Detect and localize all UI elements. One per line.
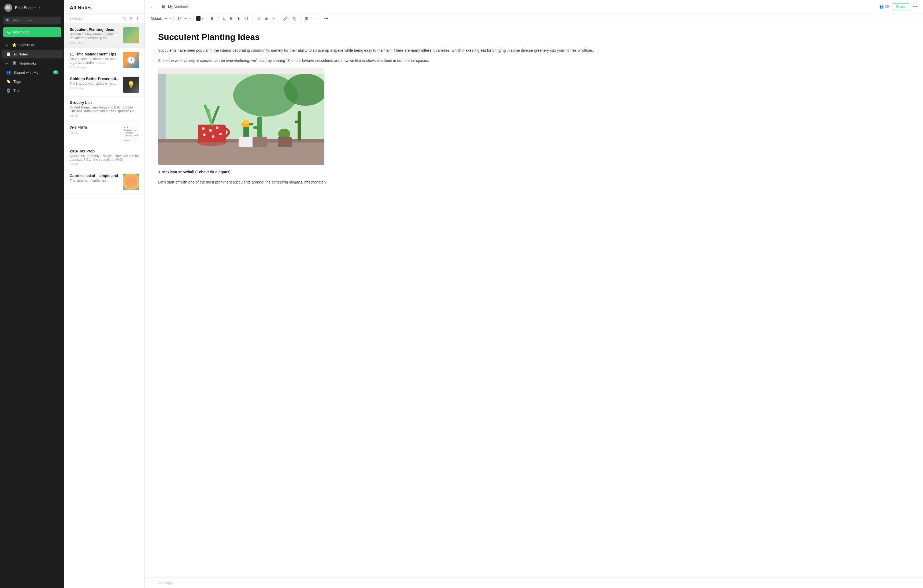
notebook-name: My Notebook [168, 5, 189, 8]
editor-toolbar: Default ▾ 14 ▾ ▾ B I U S ◑ {} ☑ ☰ ≡ 🔗 📎 … [145, 13, 923, 24]
shared-icon: 👥 [6, 70, 11, 74]
editor-paragraph-1: Succulents have been popular in the inte… [158, 47, 910, 54]
sort-icon[interactable]: ⇅ [123, 16, 126, 21]
trash-icon: 🗑️ [6, 88, 11, 93]
divider [157, 4, 158, 9]
more-toolbar-button[interactable]: ••• [323, 16, 330, 21]
strikethrough-button[interactable]: S [228, 16, 233, 21]
chevron-right-icon: ▶ [6, 44, 8, 47]
list-item[interactable]: W-9 Form Jul 25 W-9Request forTaxpayerId… [64, 121, 145, 145]
editor-paragraph-3: Let's start off with one of the most pro… [158, 179, 910, 186]
note-title: Succulent Planting Ideas [70, 27, 120, 32]
plus-icon: ⊕ [7, 29, 11, 35]
italic-button[interactable]: I [216, 16, 220, 21]
note-time: Jul 25 [70, 114, 139, 117]
color-picker-button[interactable] [196, 16, 200, 21]
chevron-right-icon-nb: ▶ [6, 62, 8, 65]
editor-subtitle: 1. Mexican snowball (Echeveria elegans) [158, 169, 910, 175]
note-title: Grocery List [70, 100, 139, 105]
export-icon[interactable]: ⬆ [136, 16, 139, 21]
note-thumbnail: 🕐 [123, 52, 139, 68]
note-time: Jul 25 [70, 162, 139, 166]
add-tags-area[interactable]: Add tags... [145, 577, 923, 588]
editor-pane: ↙ 📓 My Notebook 👥 29 Share ••• Default ▾… [145, 0, 923, 588]
underline-button[interactable]: U [222, 16, 227, 21]
note-time: Jul 25 [70, 131, 120, 134]
note-title: W-9 Form [70, 125, 120, 129]
note-thumbnail [123, 27, 139, 43]
sidebar-item-trash[interactable]: 🗑️ Trash [2, 86, 63, 95]
editor-topbar: ↙ 📓 My Notebook 👥 29 Share ••• [145, 0, 923, 13]
svg-rect-30 [158, 68, 324, 165]
note-preview: Do you feel the need to be more organize… [70, 57, 120, 65]
note-preview: Grated Parmigiano Reggiano Baking Soda C… [70, 106, 139, 113]
note-title: 11 Time Management Tips [70, 52, 120, 56]
shared-badge: 2 [53, 70, 58, 74]
tags-icon: 🏷️ [6, 79, 11, 84]
notebooks-icon: 📓 [12, 61, 16, 66]
sidebar-item-notebooks[interactable]: ▶ 📓 Notebooks [2, 59, 63, 67]
sidebar-item-shortcuts[interactable]: ▶ ⭐ Shortcuts [2, 41, 63, 49]
note-time: Yesterday [70, 87, 120, 90]
chevron-down-icon-size: ▾ [189, 17, 191, 20]
list-item[interactable]: Guide to Better Presentations for your B… [64, 73, 145, 97]
attachment-button[interactable]: 📎 [291, 16, 298, 21]
share-button[interactable]: Share [892, 3, 909, 10]
chevron-down-icon: ▾ [39, 7, 41, 9]
collab-icon: 👥 [879, 5, 884, 8]
note-title: 2016 Tax Prep [70, 149, 139, 153]
note-thumbnail: W-9Request forTaxpayerIdentification____… [123, 125, 139, 141]
notebook-icon: 📓 [161, 5, 166, 8]
bullet-list-button[interactable]: ☰ [263, 16, 269, 21]
list-item[interactable]: Grocery List Grated Parmigiano Reggiano … [64, 97, 145, 121]
sidebar: EB Ezra Bridger ▾ 🔍 ⊕ New Note ▶ ⭐ Short… [0, 0, 64, 588]
user-name: Ezra Bridger [15, 6, 36, 10]
shortcuts-icon: ⭐ [12, 43, 16, 47]
expand-icon[interactable]: ↙ [150, 5, 153, 9]
chevron-down-icon-font: ▾ [169, 17, 171, 20]
note-preview: The summer months are [70, 179, 120, 182]
notes-count: 97 notes [70, 16, 82, 20]
layout-icon[interactable]: ⊟ [130, 16, 133, 21]
list-item[interactable]: Succulent Planting Ideas Succulents have… [64, 24, 145, 48]
hr-button[interactable]: — [311, 16, 317, 21]
search-box[interactable]: 🔍 [3, 16, 61, 24]
font-size-select[interactable]: 14 [176, 16, 188, 21]
more-options-icon[interactable]: ••• [913, 4, 918, 9]
notes-icon: 📋 [6, 52, 11, 56]
note-thumbnail: 💡 [123, 77, 139, 93]
note-title: Caprese salad - simple and [70, 174, 120, 178]
link-button[interactable]: 🔗 [282, 16, 289, 21]
chevron-down-icon-color: ▾ [202, 17, 204, 20]
note-preview: Think about your slides when... [70, 82, 120, 85]
notes-list: All Notes 97 notes ⇅ ⊟ ⬆ Succulent Plant… [64, 0, 145, 588]
note-title: Guide to Better Presentations for your B… [70, 77, 120, 81]
list-item[interactable]: 2016 Tax Prep Questions for Marilyn: Whi… [64, 145, 145, 170]
search-input[interactable] [11, 18, 58, 22]
sidebar-header: EB Ezra Bridger ▾ [0, 0, 64, 16]
new-note-button[interactable]: ⊕ New Note [3, 27, 61, 37]
font-family-select[interactable]: Default [149, 16, 168, 21]
list-item[interactable]: Caprese salad - simple and The summer mo… [64, 170, 145, 194]
sidebar-item-tags[interactable]: 🏷️ Tags [2, 77, 63, 86]
highlight-button[interactable]: ◑ [235, 16, 241, 21]
notes-list-meta: 97 notes ⇅ ⊟ ⬆ [64, 14, 145, 24]
editor-content[interactable]: Succulent Planting Ideas Succulents have… [145, 24, 923, 577]
table-button[interactable]: ⊞ [304, 16, 309, 21]
list-item[interactable]: 11 Time Management Tips Do you feel the … [64, 48, 145, 73]
note-time: 1 min ago [70, 41, 120, 44]
code-button[interactable]: {} [243, 16, 250, 21]
sidebar-item-all-notes[interactable]: 📋 All Notes [2, 50, 63, 58]
add-tags-placeholder: Add tags... [158, 581, 175, 585]
editor-paragraph-2: Since the wide variety of species can be… [158, 57, 910, 64]
notes-list-actions: ⇅ ⊟ ⬆ [123, 16, 139, 21]
numbered-list-button[interactable]: ≡ [271, 16, 276, 21]
bold-button[interactable]: B [209, 16, 215, 21]
note-thumbnail [123, 174, 139, 190]
editor-image [158, 68, 324, 165]
checkbox-button[interactable]: ☑ [256, 16, 262, 21]
sidebar-item-shared[interactable]: 👥 Shared with Me 2 [2, 68, 63, 77]
notes-list-items: Succulent Planting Ideas Succulents have… [64, 24, 145, 588]
collab-info: 👥 29 [879, 5, 889, 8]
note-time: 10 min ago [70, 66, 120, 69]
